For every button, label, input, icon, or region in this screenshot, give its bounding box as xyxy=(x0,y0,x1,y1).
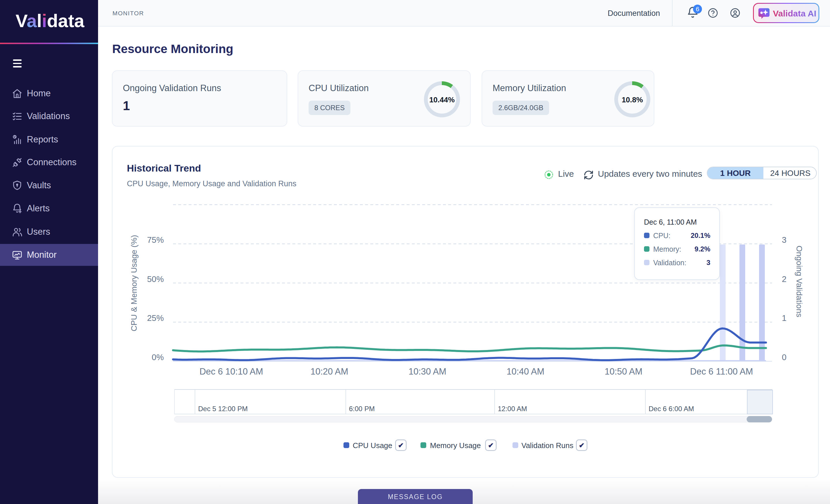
svg-text:10:30 AM: 10:30 AM xyxy=(409,366,446,376)
svg-text:Dec 6 11:00 AM: Dec 6 11:00 AM xyxy=(690,366,753,376)
svg-text:50%: 50% xyxy=(147,274,164,284)
svg-text:Ongoing Validations: Ongoing Validations xyxy=(795,246,804,317)
svg-text:2: 2 xyxy=(782,274,787,284)
svg-text:0: 0 xyxy=(782,352,787,362)
svg-text:0%: 0% xyxy=(152,352,164,362)
svg-text:25%: 25% xyxy=(147,313,164,323)
svg-text:10:50 AM: 10:50 AM xyxy=(605,366,643,376)
svg-text:10:40 AM: 10:40 AM xyxy=(507,366,544,376)
svg-text:3: 3 xyxy=(782,235,787,244)
svg-text:Dec 6 10:10 AM: Dec 6 10:10 AM xyxy=(199,366,263,376)
svg-text:75%: 75% xyxy=(147,235,164,244)
svg-text:CPU & Memory Usage (%): CPU & Memory Usage (%) xyxy=(129,235,138,332)
svg-text:10:20 AM: 10:20 AM xyxy=(311,366,348,376)
svg-text:1: 1 xyxy=(782,313,787,323)
